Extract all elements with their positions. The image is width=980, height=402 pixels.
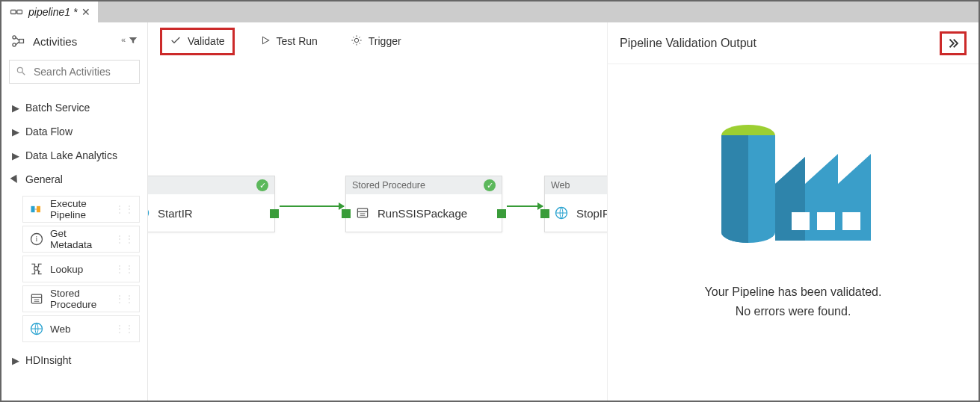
test-run-button[interactable]: Test Run [253,31,325,52]
validation-panel-header: Pipeline Validation Output [608,22,979,64]
activity-lookup[interactable]: Lookup ⋮⋮ [22,256,140,282]
group-label: Data Lake Analytics [25,149,117,161]
svg-rect-29 [792,212,810,230]
activities-sidebar: Activities « ▶ Batch Service ▶ Data Flow [1,22,148,401]
designer-canvas-area: Validate Test Run Trigger eb ✓ [148,22,607,401]
trigger-label: Trigger [369,35,401,47]
svg-rect-16 [31,294,41,303]
caret-down-icon: ▶ [9,173,22,185]
activities-icon [10,34,25,49]
check-icon [170,34,182,49]
caret-right-icon: ▶ [12,355,19,366]
svg-rect-0 [11,10,16,14]
activity-web[interactable]: Web ⋮⋮ [22,315,140,342]
node-name: RunSSISPackage [377,207,467,220]
chevron-double-right-icon [946,37,960,50]
group-label: HDInsight [25,354,71,366]
tree-group-data-lake-analytics[interactable]: ▶ Data Lake Analytics [1,143,147,167]
designer-canvas[interactable]: eb ✓ StartIR Stored Procedure ✓ [148,60,607,401]
svg-point-21 [354,38,358,42]
trigger-icon [351,34,363,49]
node-output-port[interactable] [497,209,506,218]
tab-bar: pipeline1 * ✕ [1,1,979,22]
svg-line-9 [22,72,25,75]
search-activities-box[interactable] [9,60,140,84]
node-type-label: Stored Procedure [352,180,425,191]
tab-pipeline1[interactable]: pipeline1 * ✕ [1,1,98,22]
node-name: StopIR [576,207,607,220]
caret-right-icon: ▶ [12,150,19,161]
validation-status-line2: No errors were found. [705,302,882,321]
tree-group-hdinsight[interactable]: ▶ HDInsight [1,348,147,372]
collapse-all-icon[interactable]: « [121,35,123,48]
activity-label: Lookup [50,264,83,275]
validate-button[interactable]: Validate [160,28,235,55]
group-label: Batch Service [25,102,90,114]
caret-right-icon: ▶ [12,126,19,137]
svg-text:i: i [36,235,38,243]
tree-group-general[interactable]: ▶ General [1,167,147,191]
validation-panel: Pipeline Validation Output [607,22,979,401]
tree-group-batch-service[interactable]: ▶ Batch Service [1,96,147,120]
web-icon [29,321,44,336]
caret-right-icon: ▶ [12,102,19,114]
activities-tree: ▶ Batch Service ▶ Data Flow ▶ Data Lake … [1,91,147,377]
execute-pipeline-icon [29,202,44,217]
sidebar-header: Activities « [1,22,147,60]
sidebar-title: Activities [33,35,77,48]
svg-line-7 [16,42,19,45]
validation-title: Pipeline Validation Output [620,37,756,50]
validate-label: Validate [188,35,225,47]
node-input-port[interactable] [342,209,351,218]
tab-name: pipeline1 * [28,6,77,18]
web-icon [554,205,569,220]
svg-rect-1 [17,10,22,14]
node-stopir[interactable]: Web StopIR [544,176,607,232]
validation-status-line1: Your Pipeline has been validated. [705,282,882,302]
drag-grip-icon: ⋮⋮ [115,294,135,304]
svg-point-8 [17,67,22,72]
node-output-port[interactable] [270,209,279,218]
node-runssispackage[interactable]: Stored Procedure ✓ RunSSISPackage [345,176,502,232]
svg-point-14 [34,267,38,270]
activity-stored-procedure[interactable]: Stored Procedure ⋮⋮ [22,285,140,312]
lookup-icon [29,262,44,276]
group-label: General [25,173,63,185]
svg-point-4 [13,43,16,46]
connector[interactable] [280,205,344,207]
node-input-port[interactable] [540,209,549,218]
activity-get-metadata[interactable]: i Get Metadata ⋮⋮ [22,226,140,253]
stored-procedure-icon [29,291,44,306]
group-label: Data Flow [25,126,73,137]
factory-illustration [703,94,883,266]
svg-rect-23 [357,208,367,217]
tree-group-data-flow[interactable]: ▶ Data Flow [1,120,147,143]
drag-grip-icon: ⋮⋮ [115,234,135,244]
drag-grip-icon: ⋮⋮ [115,264,135,274]
pipeline-icon [9,4,24,19]
metadata-icon: i [29,232,44,247]
drag-grip-icon: ⋮⋮ [115,324,135,334]
node-name: StartIR [158,207,193,220]
general-children: Execute Pipeline ⋮⋮ i Get Metadata ⋮⋮ Lo… [1,191,147,348]
node-startir[interactable]: eb ✓ StartIR [148,176,275,232]
svg-line-6 [16,37,19,40]
trigger-button[interactable]: Trigger [343,30,409,53]
play-icon [260,35,271,48]
svg-rect-30 [817,212,835,230]
svg-point-3 [13,36,16,39]
search-icon [16,66,26,78]
svg-rect-11 [37,206,40,212]
activity-label: Get Metadata [50,228,109,250]
filter-icon[interactable] [128,35,138,48]
activity-execute-pipeline[interactable]: Execute Pipeline ⋮⋮ [22,196,140,223]
stored-procedure-icon [355,205,370,220]
activity-label: Stored Procedure [50,288,109,310]
connector[interactable] [507,205,543,207]
test-run-label: Test Run [277,35,318,47]
search-activities-input[interactable] [32,65,166,78]
activity-label: Execute Pipeline [50,198,109,220]
svg-rect-10 [31,206,35,212]
tab-close-icon[interactable]: ✕ [81,7,90,17]
close-panel-button[interactable] [940,31,967,55]
